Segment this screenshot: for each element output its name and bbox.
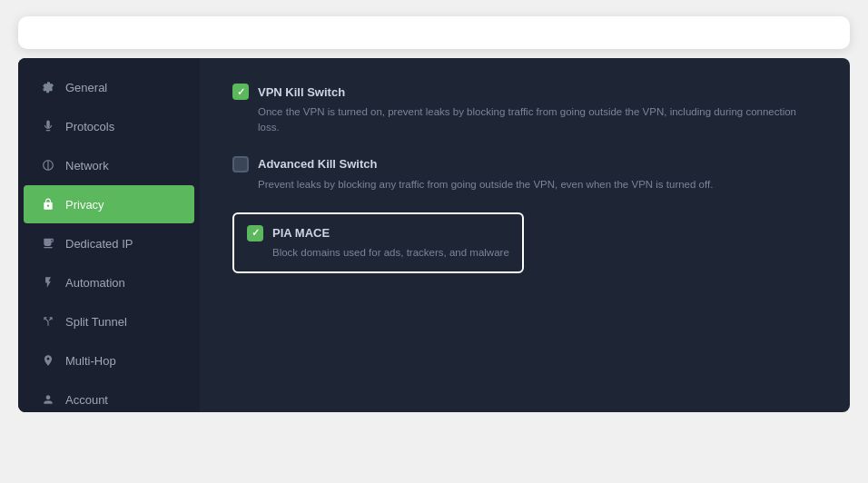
- checkbox-vpn-kill-switch[interactable]: ✓: [232, 84, 249, 100]
- setting-header-advanced-kill-switch: Advanced Kill Switch: [232, 156, 817, 172]
- sidebar-item-network[interactable]: Network: [24, 146, 194, 184]
- sidebar-item-general[interactable]: General: [24, 68, 194, 106]
- sidebar-item-label-automation: Automation: [65, 276, 125, 290]
- sidebar-item-label-dedicated-ip: Dedicated IP: [65, 237, 133, 251]
- pia-mace-box: ✓PIA MACEBlock domains used for ads, tra…: [232, 212, 524, 273]
- setting-description-advanced-kill-switch: Prevent leaks by blocking any traffic fr…: [232, 177, 817, 192]
- sidebar-item-label-account: Account: [65, 393, 108, 407]
- sidebar-item-protocols[interactable]: Protocols: [24, 107, 194, 145]
- checkbox-pia-mace[interactable]: ✓: [247, 225, 263, 242]
- sidebar-item-label-privacy: Privacy: [65, 198, 104, 212]
- network-icon: [40, 157, 56, 173]
- setting-description-vpn-kill-switch: Once the VPN is turned on, prevent leaks…: [232, 104, 817, 136]
- checkbox-advanced-kill-switch[interactable]: [232, 156, 249, 172]
- sidebar-item-label-general: General: [65, 81, 107, 94]
- multihop-icon: [40, 352, 56, 369]
- setting-header-vpn-kill-switch: ✓VPN Kill Switch: [232, 84, 817, 100]
- lock-icon: [40, 196, 56, 212]
- setting-label-pia-mace: PIA MACE: [272, 226, 330, 240]
- tooltip-banner: [18, 16, 850, 49]
- checkmark: ✓: [252, 227, 260, 239]
- sidebar-item-automation[interactable]: Automation: [24, 263, 194, 301]
- sidebar-item-dedicated-ip[interactable]: Dedicated IP: [24, 224, 194, 262]
- setting-description-pia-mace: Block domains used for ads, trackers, an…: [247, 245, 509, 261]
- sidebar-item-multi-hop[interactable]: Multi-Hop: [24, 341, 194, 380]
- account-icon: [40, 391, 56, 408]
- sidebar: GeneralProtocolsNetworkPrivacyDedicated …: [18, 58, 200, 412]
- auto-icon: [40, 274, 56, 291]
- setting-vpn-kill-switch: ✓VPN Kill SwitchOnce the VPN is turned o…: [232, 84, 817, 136]
- sidebar-item-split-tunnel[interactable]: Split Tunnel: [24, 302, 194, 340]
- sidebar-item-account[interactable]: Account: [24, 380, 194, 412]
- main-content: ✓VPN Kill SwitchOnce the VPN is turned o…: [200, 58, 850, 412]
- app-window: GeneralProtocolsNetworkPrivacyDedicated …: [18, 58, 850, 412]
- setting-header-pia-mace: ✓PIA MACE: [247, 225, 509, 242]
- setting-advanced-kill-switch: Advanced Kill SwitchPrevent leaks by blo…: [232, 156, 817, 192]
- mic-icon: [40, 118, 56, 134]
- sidebar-item-label-multi-hop: Multi-Hop: [65, 354, 116, 368]
- checkmark: ✓: [237, 86, 245, 98]
- dedicated-icon: [40, 235, 56, 251]
- sidebar-item-label-split-tunnel: Split Tunnel: [65, 315, 127, 329]
- gear-icon: [40, 79, 56, 95]
- setting-label-vpn-kill-switch: VPN Kill Switch: [258, 85, 345, 99]
- setting-label-advanced-kill-switch: Advanced Kill Switch: [258, 157, 377, 171]
- sidebar-item-label-protocols: Protocols: [65, 120, 114, 133]
- split-icon: [40, 313, 56, 330]
- sidebar-item-label-network: Network: [65, 159, 109, 172]
- sidebar-item-privacy[interactable]: Privacy: [24, 185, 194, 223]
